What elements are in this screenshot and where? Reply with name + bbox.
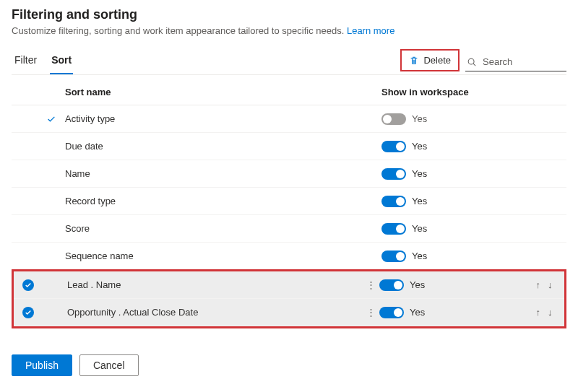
toggle-label: Yes <box>412 113 427 124</box>
delete-button[interactable]: Delete <box>402 51 458 70</box>
page-title: Filtering and sorting <box>12 7 566 22</box>
delete-label: Delete <box>423 55 451 66</box>
move-up-icon[interactable]: ↑ <box>536 307 541 318</box>
sort-name-cell: Activity type <box>62 113 364 124</box>
tabs: Filter Sort <box>12 50 73 74</box>
column-show-in-workspace[interactable]: Show in workspace <box>381 87 526 97</box>
sort-name-cell: Record type <box>62 196 364 206</box>
toggle-label: Yes <box>412 223 427 234</box>
toggle-label: Yes <box>412 196 427 206</box>
page: Filtering and sorting Customize filterin… <box>0 0 578 388</box>
sort-name-cell: Lead . Name <box>64 279 362 290</box>
delete-highlight: Delete <box>400 49 460 71</box>
footer-actions: Publish Cancel <box>12 354 566 376</box>
show-in-workspace-toggle[interactable] <box>381 141 406 152</box>
table-row[interactable]: Record typeYes <box>12 188 566 215</box>
table-row[interactable]: Activity typeYes <box>12 105 566 133</box>
svg-point-0 <box>468 58 474 64</box>
learn-more-link[interactable]: Learn more <box>347 25 394 36</box>
move-down-icon[interactable]: ↓ <box>548 279 553 290</box>
move-down-icon[interactable]: ↓ <box>548 307 553 318</box>
sort-name-cell: Opportunity . Actual Close Date <box>64 307 362 318</box>
row-selected-icon[interactable] <box>22 307 34 318</box>
sort-name-cell: Score <box>62 223 364 234</box>
publish-button[interactable]: Publish <box>12 354 72 376</box>
tab-filter[interactable]: Filter <box>13 50 38 74</box>
search-box[interactable] <box>465 53 566 71</box>
show-in-workspace-toggle[interactable] <box>381 168 406 180</box>
cancel-button[interactable]: Cancel <box>79 354 139 376</box>
table-row[interactable]: Due dateYes <box>12 133 566 160</box>
table-row[interactable]: ScoreYes <box>12 215 566 243</box>
page-subtitle: Customize filtering, sorting and work it… <box>12 25 566 36</box>
toggle-label: Yes <box>410 307 425 318</box>
show-in-workspace-toggle[interactable] <box>379 279 404 291</box>
table-row[interactable]: Sequence nameYes <box>12 243 566 270</box>
sort-name-cell: Sequence name <box>62 251 364 261</box>
subtitle-text: Customize filtering, sorting and work it… <box>12 25 344 36</box>
table-row[interactable]: Opportunity . Actual Close Date⋮Yes↑↓ <box>14 299 564 326</box>
command-bar: Filter Sort Delete <box>12 49 566 75</box>
toggle-label: Yes <box>412 168 427 179</box>
sort-name-cell: Due date <box>62 141 364 152</box>
toggle-label: Yes <box>412 141 427 152</box>
move-up-icon[interactable]: ↑ <box>536 279 541 290</box>
sort-table: Sort name Show in workspace Activity typ… <box>12 79 566 328</box>
tab-sort[interactable]: Sort <box>50 50 73 74</box>
toggle-label: Yes <box>410 279 425 290</box>
search-icon <box>467 57 477 67</box>
more-options-icon[interactable]: ⋮ <box>366 279 376 290</box>
table-row[interactable]: NameYes <box>12 160 566 188</box>
more-options-icon[interactable]: ⋮ <box>366 307 376 318</box>
sort-name-cell: Name <box>62 168 364 179</box>
show-in-workspace-toggle[interactable] <box>381 223 406 235</box>
show-in-workspace-toggle[interactable] <box>381 196 406 207</box>
show-in-workspace-toggle[interactable] <box>381 113 406 125</box>
trash-icon <box>409 56 419 66</box>
row-selected-icon[interactable] <box>22 279 34 291</box>
column-sort-name[interactable]: Sort name <box>62 87 364 97</box>
show-in-workspace-toggle[interactable] <box>379 307 404 318</box>
toggle-label: Yes <box>412 251 427 261</box>
table-row[interactable]: Lead . Name⋮Yes↑↓ <box>14 271 564 299</box>
show-in-workspace-toggle[interactable] <box>381 251 406 262</box>
checkmark-icon <box>46 114 56 124</box>
table-header: Sort name Show in workspace <box>12 79 566 105</box>
selected-rows-group: Lead . Name⋮Yes↑↓Opportunity . Actual Cl… <box>12 269 566 328</box>
search-input[interactable] <box>481 56 561 68</box>
